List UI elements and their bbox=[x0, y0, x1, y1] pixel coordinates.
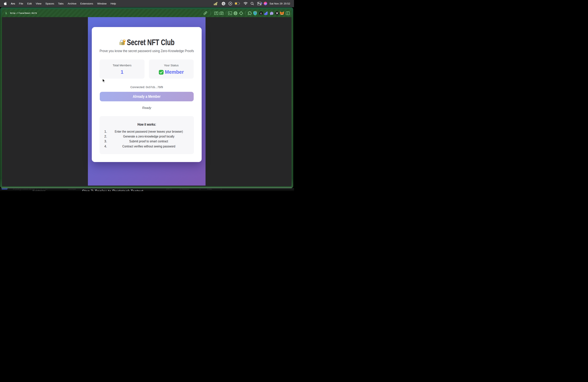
svg-text:G: G bbox=[222, 2, 225, 5]
svg-text:L: L bbox=[260, 12, 262, 15]
